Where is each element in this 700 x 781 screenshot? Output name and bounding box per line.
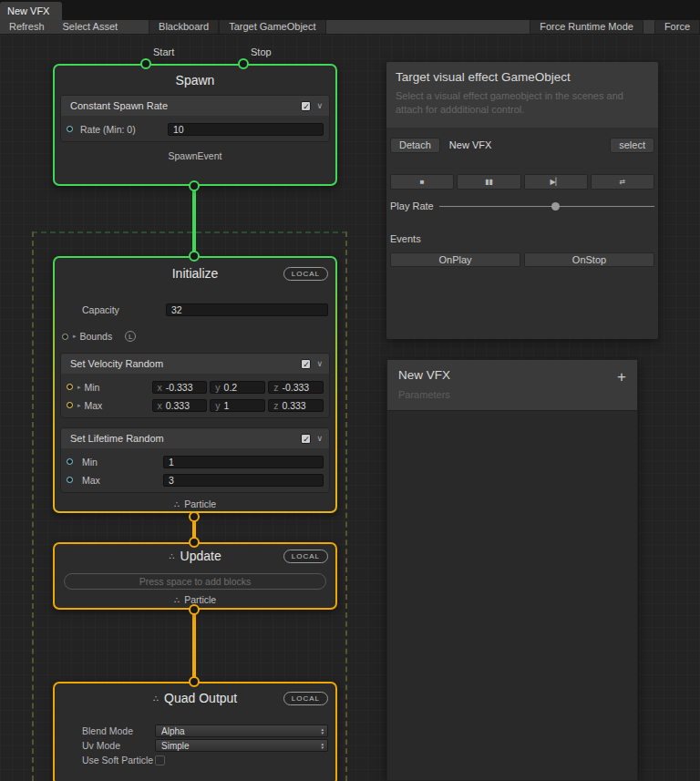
initialize-output-port[interactable] bbox=[189, 511, 200, 522]
lifetime-max-input[interactable]: 3 bbox=[163, 474, 324, 487]
velocity-max-x-input[interactable]: x0.333 bbox=[152, 399, 208, 412]
blend-mode-row: Blend Mode Alpha ▴▾ bbox=[55, 724, 335, 738]
chevron-down-icon[interactable]: ∨ bbox=[316, 101, 323, 110]
slider-track[interactable] bbox=[439, 206, 654, 207]
axis-x-label: x bbox=[158, 382, 162, 393]
uv-mode-dropdown[interactable]: Simple ▴▾ bbox=[155, 739, 328, 752]
stop-button[interactable]: ■ bbox=[390, 174, 454, 190]
output-input-port[interactable] bbox=[189, 676, 200, 687]
graph-toolbar: Refresh Select Asset Blackboard Target G… bbox=[0, 20, 700, 35]
uv-mode-row: Uv Mode Simple ▴▾ bbox=[55, 738, 335, 753]
select-asset-button[interactable]: Select Asset bbox=[54, 20, 128, 34]
edge-spawn-to-initialize[interactable] bbox=[192, 185, 196, 256]
update-output-port[interactable] bbox=[189, 604, 200, 615]
node-quad-output[interactable]: ∴ Quad Output LOCAL Blend Mode Alpha ▴▾ … bbox=[53, 682, 337, 781]
spawn-title-bar[interactable]: Spawn bbox=[55, 66, 335, 95]
playback-controls: ■ ▮▮ ▶▏ ⇄ bbox=[390, 174, 654, 190]
refresh-button[interactable]: Refresh bbox=[0, 20, 54, 34]
target-panel-title: Target visual effect GameObject bbox=[396, 70, 649, 84]
spawn-start-input-port[interactable] bbox=[140, 58, 151, 69]
update-input-port[interactable] bbox=[189, 537, 200, 548]
local-badge: LOCAL bbox=[283, 692, 328, 705]
restart-button[interactable]: ⇄ bbox=[591, 174, 654, 190]
velocity-min-x-value: -0.333 bbox=[166, 382, 193, 393]
onplay-button[interactable]: OnPlay bbox=[390, 252, 520, 267]
quad-output-title: Quad Output bbox=[164, 691, 237, 705]
velocity-min-label: Min bbox=[85, 382, 152, 393]
bounds-port[interactable] bbox=[62, 334, 68, 340]
soft-particle-label: Use Soft Particle bbox=[82, 755, 155, 766]
set-velocity-random-header[interactable]: Set Velocity Random ✓ ∨ bbox=[61, 354, 329, 374]
set-lifetime-random-header[interactable]: Set Lifetime Random ✓ ∨ bbox=[61, 428, 329, 448]
detach-button[interactable]: Detach bbox=[390, 138, 440, 153]
velocity-min-port[interactable] bbox=[67, 384, 73, 390]
velocity-max-z-input[interactable]: z0.333 bbox=[268, 399, 324, 412]
constant-spawn-rate-block[interactable]: Constant Spawn Rate ✓ ∨ Rate (Min: 0) 10 bbox=[60, 95, 330, 142]
block-enabled-checkbox[interactable]: ✓ bbox=[301, 101, 311, 111]
tab-bar: New VFX bbox=[0, 0, 700, 20]
bounds-label: Bounds bbox=[80, 331, 113, 342]
rate-input[interactable]: 10 bbox=[168, 123, 324, 136]
foldout-icon[interactable]: ▸ bbox=[77, 402, 81, 409]
velocity-max-port[interactable] bbox=[67, 402, 73, 408]
spawn-stop-input-port[interactable] bbox=[238, 58, 249, 69]
event-buttons: OnPlay OnStop bbox=[390, 252, 654, 267]
velocity-max-y-input[interactable]: y1 bbox=[210, 399, 265, 412]
tab-new-vfx[interactable]: New VFX bbox=[0, 2, 62, 20]
toolbar-gap bbox=[643, 20, 654, 34]
blend-mode-dropdown[interactable]: Alpha ▴▾ bbox=[155, 724, 328, 737]
blackboard-panel: New VFX Parameters + bbox=[386, 359, 638, 781]
velocity-min-y-input[interactable]: y0.2 bbox=[210, 381, 265, 394]
blackboard-title: New VFX bbox=[398, 368, 626, 382]
soft-particle-checkbox[interactable] bbox=[155, 755, 165, 766]
spawn-event-output-label: SpawnEvent bbox=[55, 150, 335, 161]
block-enabled-checkbox[interactable]: ✓ bbox=[301, 359, 311, 369]
node-initialize[interactable]: Initialize LOCAL Capacity 32 ▸ Bounds L … bbox=[53, 256, 337, 513]
velocity-min-y-value: 0.2 bbox=[224, 382, 238, 393]
initialize-input-port[interactable] bbox=[189, 251, 200, 262]
add-blocks-placeholder: Press space to add blocks bbox=[64, 573, 326, 590]
onstop-button[interactable]: OnStop bbox=[524, 252, 654, 267]
node-update[interactable]: ∴ Update LOCAL Press space to add blocks… bbox=[53, 542, 337, 610]
lifetime-min-port[interactable] bbox=[67, 458, 73, 465]
velocity-min-x-input[interactable]: x-0.333 bbox=[152, 381, 208, 394]
spawn-output-port[interactable] bbox=[189, 180, 200, 191]
velocity-min-row: ▸ Min x-0.333 y0.2 z-0.333 bbox=[67, 379, 324, 395]
target-gameobject-toggle-button[interactable]: Target GameObject bbox=[219, 20, 325, 34]
rate-port[interactable] bbox=[67, 126, 73, 132]
force-runtime-mode-button[interactable]: Force Runtime Mode bbox=[530, 20, 643, 34]
velocity-max-z-value: 0.333 bbox=[282, 400, 305, 411]
chevron-down-icon[interactable]: ∨ bbox=[316, 434, 323, 443]
lifetime-min-label: Min bbox=[82, 457, 163, 468]
play-rate-slider[interactable] bbox=[439, 200, 654, 213]
chevron-down-icon[interactable]: ∨ bbox=[316, 359, 323, 368]
blackboard-toggle-button[interactable]: Blackboard bbox=[149, 20, 219, 34]
stop-icon: ■ bbox=[420, 178, 425, 186]
capacity-input[interactable]: 32 bbox=[166, 303, 328, 316]
foldout-icon[interactable]: ▸ bbox=[73, 333, 77, 340]
velocity-min-z-input[interactable]: z-0.333 bbox=[268, 381, 324, 394]
velocity-max-x-value: 0.333 bbox=[166, 400, 190, 411]
set-velocity-random-block[interactable]: Set Velocity Random ✓ ∨ ▸ Min x-0.333 y0… bbox=[60, 353, 330, 418]
particle-icon: ∴ bbox=[169, 551, 174, 561]
constant-spawn-rate-header[interactable]: Constant Spawn Rate ✓ ∨ bbox=[61, 96, 329, 116]
foldout-icon[interactable]: ▸ bbox=[77, 384, 81, 391]
force-button-clipped[interactable]: Force bbox=[654, 20, 700, 34]
step-button[interactable]: ▶▏ bbox=[524, 174, 588, 190]
node-spawn[interactable]: Spawn Constant Spawn Rate ✓ ∨ Rate (Min:… bbox=[53, 64, 337, 186]
velocity-min-z-value: -0.333 bbox=[282, 382, 309, 393]
bounds-local-badge: L bbox=[125, 331, 136, 342]
select-button[interactable]: select bbox=[610, 138, 654, 153]
graph-canvas[interactable]: Start Stop Spawn Constant Spawn Rate ✓ ∨ bbox=[0, 35, 700, 781]
lifetime-min-input[interactable]: 1 bbox=[163, 456, 324, 468]
add-parameter-button[interactable]: + bbox=[617, 369, 626, 385]
set-lifetime-random-block[interactable]: Set Lifetime Random ✓ ∨ Min 1 Max 3 bbox=[60, 427, 330, 493]
pause-button[interactable]: ▮▮ bbox=[457, 174, 520, 190]
edge-update-to-output[interactable] bbox=[192, 609, 196, 682]
quad-output-title-bar[interactable]: ∴ Quad Output LOCAL bbox=[55, 683, 335, 713]
block-enabled-checkbox[interactable]: ✓ bbox=[301, 434, 311, 444]
lifetime-max-port[interactable] bbox=[67, 477, 73, 483]
slider-handle[interactable] bbox=[551, 202, 560, 211]
system-boundary-left bbox=[32, 231, 34, 781]
initialize-title-bar[interactable]: Initialize LOCAL bbox=[55, 258, 335, 289]
